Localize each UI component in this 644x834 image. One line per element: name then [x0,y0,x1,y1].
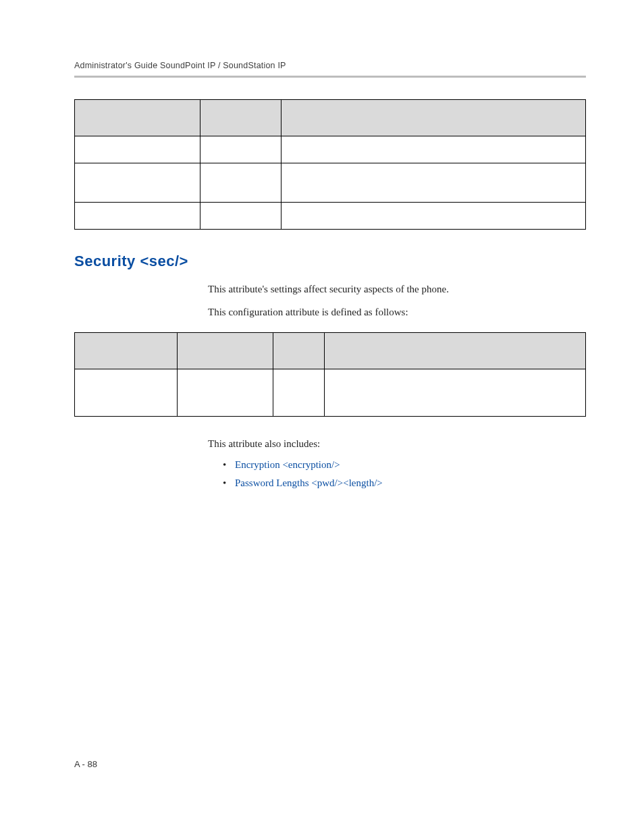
body-paragraph: This attribute's settings affect securit… [208,282,586,297]
section-heading-security: Security <sec/> [74,253,586,270]
table-header-cell [325,332,586,369]
table-row [75,203,586,230]
table-cell [178,369,273,416]
header-rule [74,76,586,78]
table-row [75,136,586,163]
table-cell [75,369,178,416]
document-page: Administrator's Guide SoundPoint IP / So… [0,0,644,834]
table-cell [75,163,200,203]
table-cell [273,369,325,416]
page-number: A - 88 [74,759,97,769]
attribute-table-2 [74,332,586,417]
table-header-cell [75,100,200,136]
table-cell [325,369,586,416]
attribute-table-1 [74,99,586,230]
table-cell [281,163,586,203]
table-header-cell [75,332,178,369]
body-paragraph: This attribute also includes: [208,437,586,452]
running-header: Administrator's Guide SoundPoint IP / So… [74,61,586,76]
link-list: Encryption <encryption/> Password Length… [223,459,586,489]
table-header-row [75,100,586,136]
table-header-cell [200,100,281,136]
table-cell [75,203,200,230]
table-cell [281,203,586,230]
list-item: Encryption <encryption/> [223,459,586,471]
table-header-row [75,332,586,369]
table-header-cell [281,100,586,136]
table-cell [200,136,281,163]
table-cell [281,136,586,163]
list-item: Password Lengths <pwd/><length/> [223,477,586,489]
table-header-cell [178,332,273,369]
link-password-lengths[interactable]: Password Lengths <pwd/><length/> [235,477,383,488]
table-cell [200,163,281,203]
link-encryption[interactable]: Encryption <encryption/> [235,459,340,470]
body-paragraph: This configuration attribute is defined … [208,305,586,320]
table-cell [200,203,281,230]
table-cell [75,136,200,163]
table-row [75,163,586,203]
table-row [75,369,586,416]
table-header-cell [273,332,325,369]
